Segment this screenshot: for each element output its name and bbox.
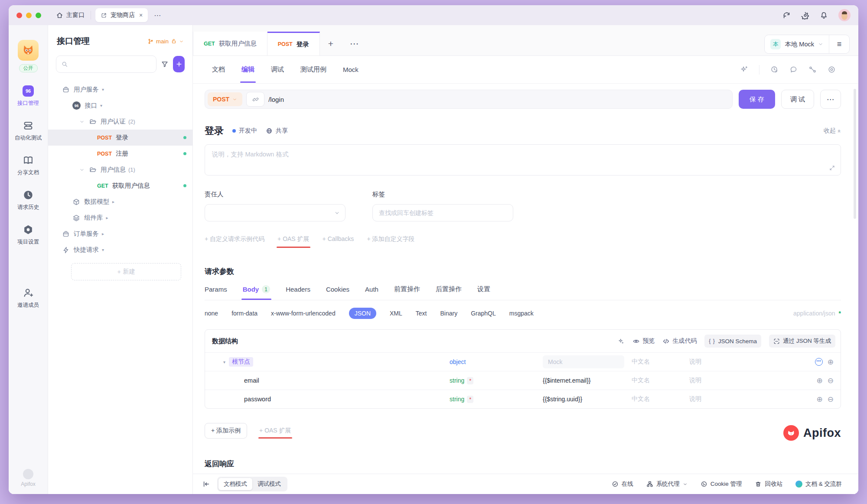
tab-settings[interactable]: 设置 — [477, 285, 490, 293]
json-schema-button[interactable]: { } JSON Schema — [704, 335, 761, 348]
cn-name-placeholder[interactable]: 中文名 — [632, 377, 689, 384]
filter-button[interactable] — [161, 59, 169, 70]
remove-field-icon[interactable]: ⊖ — [828, 396, 834, 403]
tab-params[interactable]: Params — [205, 285, 227, 293]
rail-item-share-docs[interactable]: 分享文档 — [9, 155, 48, 176]
doc-mode-button[interactable]: 文档模式 — [218, 478, 252, 490]
scrollbar-thumb[interactable] — [854, 89, 856, 219]
tree-folder-auth[interactable]: 用户认证 (2) — [48, 114, 192, 130]
add-tab-button[interactable]: + — [320, 32, 342, 55]
rail-item-automated-testing[interactable]: 自动化测试 — [9, 120, 48, 142]
rail-item-api-management[interactable]: 96 接口管理 — [9, 85, 48, 107]
close-window-button[interactable] — [16, 13, 22, 18]
mock-value[interactable]: {{$string.uuid}} — [543, 396, 582, 403]
more-actions-button[interactable]: ⋯ — [820, 90, 841, 109]
oas-extension-link-2[interactable]: + OAS 扩展 — [259, 427, 291, 435]
system-proxy[interactable]: 系统代理 — [646, 480, 688, 488]
bell-icon[interactable] — [820, 11, 828, 20]
tag-input[interactable] — [372, 204, 513, 221]
gear-icon[interactable] — [801, 11, 809, 20]
sync-icon[interactable] — [782, 11, 791, 20]
cn-name-placeholder[interactable]: 中文名 — [632, 358, 689, 366]
body-type-text[interactable]: Text — [416, 310, 427, 317]
target-settings-icon[interactable] — [828, 65, 836, 74]
tab-post-ops[interactable]: 后置操作 — [436, 285, 462, 293]
field-name[interactable]: email — [244, 377, 259, 384]
debug-mode-button[interactable]: 调试模式 — [252, 478, 286, 490]
tab-headers[interactable]: Headers — [286, 285, 310, 293]
desc-placeholder[interactable]: 说明 — [689, 358, 796, 366]
tree-item-service[interactable]: 用户服务 ▾ — [48, 81, 192, 98]
preview-button[interactable]: 预览 — [632, 337, 655, 345]
cn-name-placeholder[interactable]: 中文名 — [632, 395, 689, 403]
search-field[interactable] — [71, 60, 151, 68]
tree-folder-userinfo[interactable]: 用户信息 (1) — [48, 162, 192, 178]
tree-endpoint-getuser[interactable]: GET 获取用户信息 — [48, 178, 192, 194]
expand-icon[interactable] — [829, 165, 835, 171]
add-api-button[interactable] — [173, 56, 185, 72]
tab-body[interactable]: Body 1 — [243, 285, 271, 293]
subtab-run[interactable]: 调试 — [271, 65, 284, 74]
tab-pre-ops[interactable]: 前置操作 — [394, 285, 420, 293]
search-input[interactable] — [56, 55, 156, 73]
rail-item-project-settings[interactable]: 项目设置 — [9, 224, 48, 246]
dev-status[interactable]: 开发中 — [232, 127, 257, 135]
subtab-testcases[interactable]: 测试用例 — [300, 65, 326, 74]
method-select[interactable]: POST — [208, 92, 242, 106]
comment-icon[interactable] — [789, 65, 798, 74]
field-type[interactable]: object — [450, 358, 466, 365]
history-edit-icon[interactable] — [770, 65, 779, 74]
tree-item-quick-request[interactable]: 快捷请求 ▾ — [48, 242, 192, 258]
subtab-edit[interactable]: 编辑 — [241, 65, 254, 74]
add-example-button[interactable]: + 添加示例 — [205, 423, 247, 439]
tabs-more-button[interactable]: ⋯ — [342, 32, 367, 55]
mock-input[interactable] — [543, 355, 624, 368]
schema-row-root[interactable]: ▾ 根节点 object 中文名 说明 ••• ⊕ — [205, 352, 841, 371]
tree-item-data-models[interactable]: 数据模型 ▸ — [48, 194, 192, 210]
share-flow-icon[interactable] — [808, 65, 817, 74]
environment-selector[interactable]: 本 本地 Mock — [765, 39, 829, 49]
editor-scroll-area[interactable]: POST /login 保 存 调 试 ⋯ 登录 — [193, 84, 858, 474]
add-field-icon[interactable]: ⊕ — [817, 377, 823, 384]
recycle-bin[interactable]: 回收站 — [755, 480, 782, 488]
body-type-graphql[interactable]: GraphQL — [471, 310, 496, 317]
share-status[interactable]: 共享 — [266, 127, 288, 135]
endpoint-tab-getuser[interactable]: GET 获取用户信息 — [193, 32, 267, 55]
desc-placeholder[interactable]: 说明 — [689, 395, 796, 403]
tag-field[interactable] — [378, 209, 508, 217]
field-name[interactable]: password — [244, 396, 271, 403]
custom-example-link[interactable]: + 自定义请求示例代码 — [205, 235, 264, 243]
caret-down-icon[interactable]: ▾ — [223, 360, 225, 364]
tree-item-apis[interactable]: 96 接口 ▾ — [48, 98, 192, 114]
tree-endpoint-register[interactable]: POST 注册 — [48, 146, 192, 162]
field-type[interactable]: string — [450, 396, 464, 403]
desc-placeholder[interactable]: 说明 — [689, 377, 796, 384]
project-window-tab[interactable]: 宠物商店 × — [95, 8, 148, 22]
tree-item-order-service[interactable]: 订单服务 ▸ — [48, 226, 192, 242]
custom-field-link[interactable]: + 添加自定义字段 — [367, 235, 414, 243]
close-tab-icon[interactable]: × — [139, 12, 143, 19]
minimize-window-button[interactable] — [26, 13, 32, 18]
schema-row-password[interactable]: password string * {{$string.uuid}} 中文名 说… — [205, 390, 841, 408]
remove-field-icon[interactable]: ⊖ — [828, 377, 834, 384]
field-type[interactable]: string — [450, 377, 464, 384]
docs-community[interactable]: 文档 & 交流群 — [795, 480, 842, 488]
cookie-manager[interactable]: Cookie 管理 — [701, 480, 742, 488]
advanced-settings-icon[interactable]: ••• — [815, 358, 823, 366]
root-node-name[interactable]: 根节点 — [229, 357, 253, 367]
tab-cookies[interactable]: Cookies — [326, 285, 349, 293]
body-type-form-data[interactable]: form-data — [231, 310, 257, 317]
subtab-docs[interactable]: 文档 — [212, 65, 225, 74]
generate-code-button[interactable]: 生成代码 — [662, 337, 697, 345]
debug-button[interactable]: 调 试 — [781, 90, 814, 109]
generate-from-json-button[interactable]: 通过 JSON 等生成 — [769, 335, 835, 348]
base-url-button[interactable] — [246, 92, 264, 107]
home-window-tab[interactable]: 主窗口 — [55, 11, 91, 19]
titlebar-more-button[interactable]: ⋯ — [154, 11, 161, 20]
body-type-binary[interactable]: Binary — [440, 310, 458, 317]
endpoint-path-input[interactable]: /login — [268, 96, 284, 103]
tab-auth[interactable]: Auth — [365, 285, 378, 293]
body-type-none[interactable]: none — [205, 310, 218, 317]
add-field-icon[interactable]: ⊕ — [817, 396, 823, 403]
body-type-urlencoded[interactable]: x-www-form-urlencoded — [271, 310, 336, 317]
